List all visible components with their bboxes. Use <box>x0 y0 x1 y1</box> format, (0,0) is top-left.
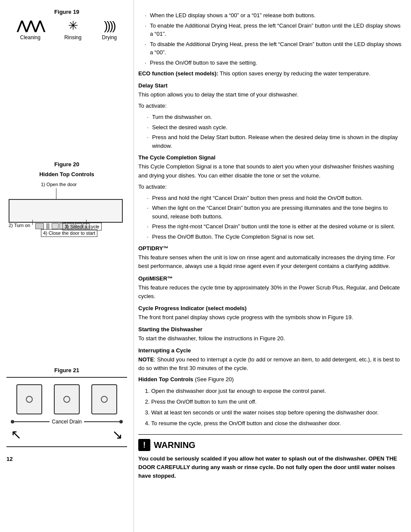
warning-title-text: WARNING <box>154 440 196 450</box>
note-text: Should you need to interrupt a cycle (to… <box>138 356 400 371</box>
eco-text: ECO function (select models): This optio… <box>138 69 402 78</box>
figure-19-label: Figure 19 <box>6 9 127 15</box>
btn-inner-circle-middle <box>63 396 70 403</box>
warning-text: You could be seriously scalded if you al… <box>138 454 402 480</box>
bullet-item-2: To enable the Additional Drying Heat, pr… <box>145 22 402 38</box>
dishwasher-diagram: 1) Open the door 2) Turn on <box>6 182 127 238</box>
interrupt-step-2: Press the On/Off button to turn the unit… <box>151 398 402 406</box>
figure-21-label: Figure 21 <box>6 367 127 373</box>
turnon-label: 2) Turn on <box>9 223 30 228</box>
interrupting-heading: Interrupting a Cycle <box>138 347 402 354</box>
arrow-right-icon: ↘ <box>112 427 123 442</box>
cancel-drain-btn-left[interactable] <box>16 384 42 414</box>
cleaning-item: ⋀⋀⋀ Cleaning <box>17 19 44 40</box>
optidry-heading: OPTIDRY™ <box>138 245 402 252</box>
cancel-drain-dot-left <box>11 420 14 423</box>
cancel-drain-btn-right[interactable] <box>91 384 117 414</box>
interrupt-step-4: To resume the cycle, press the On/Off bu… <box>151 419 402 428</box>
eco-detail: This option saves energy by reducing the… <box>220 70 371 77</box>
right-column: When the LED display shows a “00” or a “… <box>134 0 411 532</box>
btn-inner-circle-right <box>101 396 108 403</box>
dw-body <box>9 199 123 223</box>
cycle-progress-heading: Cycle Progress Indicator (select models) <box>138 305 402 311</box>
bullet-item-3: To disable the Additional Drying Heat, p… <box>145 40 402 57</box>
cycle-step-1: Press and hold the right “Cancel Drain” … <box>147 194 402 202</box>
starting-heading: Starting the Dishwasher <box>138 326 402 333</box>
starting-text: To start the dishwasher, follow the inst… <box>138 334 402 343</box>
selectcycle-connector-line <box>86 220 87 225</box>
dw-left-item <box>35 223 44 229</box>
delay-activate-label: To activate: <box>138 102 402 110</box>
cycle-completion-steps: Press and hold the right “Cancel Drain” … <box>138 194 402 241</box>
figure-20-label: Figure 20 <box>6 161 127 168</box>
cleaning-label: Cleaning <box>20 34 40 40</box>
cancel-drain-line-segment-2 <box>84 421 119 422</box>
warning-icon: ! <box>138 439 150 451</box>
cancel-drain-line-segment <box>14 421 50 422</box>
left-column: Figure 19 ⋀⋀⋀ Cleaning ✳ Rinsing )))) Dr… <box>0 0 134 532</box>
figure-20-subtitle: Hidden Top Controls <box>6 171 127 177</box>
turnon-connector-line <box>32 220 33 225</box>
cycle-step-2: When the light on the “Cancel Drain” but… <box>147 204 402 221</box>
dw-rect-1 <box>52 223 59 229</box>
cancel-drain-btn-middle[interactable] <box>54 384 80 414</box>
open-door-label: 1) Open the door <box>41 182 77 187</box>
hidden-top-ref: (See Figure 20) <box>193 376 234 383</box>
cycle-activate-label: To activate: <box>138 183 402 191</box>
btn-inner-circle-left <box>26 396 33 403</box>
figure-21-diagram: Cancel Drain ↖ ↘ <box>6 377 127 447</box>
note-colon: : <box>154 356 156 363</box>
interrupting-note: NOTE: Should you need to interrupt a cyc… <box>138 355 402 373</box>
delay-start-heading: Delay Start <box>138 82 402 89</box>
delay-step-3: Press and hold the Delay Start button. R… <box>147 133 402 150</box>
delay-step-2: Select the desired wash cycle. <box>147 123 402 132</box>
arrow-left-icon: ↖ <box>11 427 22 442</box>
warning-section: ! WARNING You could be seriously scalded… <box>138 434 402 480</box>
cancel-drain-label: Cancel Drain <box>50 419 84 425</box>
warning-title-row: ! WARNING <box>138 439 402 451</box>
rinsing-item: ✳ Rinsing <box>64 19 81 40</box>
cancel-drain-line: Cancel Drain <box>11 419 123 425</box>
delay-start-steps: Turn the dishwasher on. Select the desir… <box>138 113 402 150</box>
bullet-item-4: Press the On/Off button to save the sett… <box>145 59 402 67</box>
figure-20-section: Figure 20 Hidden Top Controls 1) Open th… <box>6 161 127 238</box>
cleaning-icon: ⋀⋀⋀ <box>17 19 44 33</box>
fig21-arrows-row: ↖ ↘ <box>11 427 123 442</box>
figure-19-section: Figure 19 ⋀⋀⋀ Cleaning ✳ Rinsing )))) Dr… <box>6 9 127 40</box>
cycle-completion-text: This Cycle Completion Signal is a tone t… <box>138 162 402 180</box>
delay-start-text: This option allows you to delay the star… <box>138 90 402 99</box>
delay-step-1: Turn the dishwasher on. <box>147 113 402 121</box>
eco-bold: ECO function (select models): <box>138 70 218 77</box>
cycle-progress-text: The front front panel display shows cycl… <box>138 313 402 322</box>
figure-19-icons: ⋀⋀⋀ Cleaning ✳ Rinsing )))) Drying <box>6 19 127 40</box>
top-bullet-list: When the LED display shows a “00” or a “… <box>138 11 402 67</box>
optimiser-text: This feature reduces the cycle time by a… <box>138 283 402 301</box>
fig21-buttons-row <box>11 384 123 414</box>
rinsing-label: Rinsing <box>64 34 81 40</box>
interrupt-step-3: Wait at least ten seconds or until the w… <box>151 408 402 417</box>
drying-label: Drying <box>102 34 117 40</box>
optimiser-heading: OptiMISER™ <box>138 275 402 282</box>
drying-item: )))) Drying <box>102 19 117 40</box>
optidry-text: This feature senses when the unit is low… <box>138 253 402 271</box>
cycle-completion-heading: The Cycle Completion Signal <box>138 154 402 161</box>
figure-21-section: Figure 21 Cancel Drain <box>6 367 127 447</box>
bullet-item-1: When the LED display shows a “00” or a “… <box>145 11 402 20</box>
cycle-step-4: Press the On/Off Button. The Cycle Compl… <box>147 233 402 241</box>
drying-icon: )))) <box>102 19 117 33</box>
interrupting-steps: Open the dishwasher door just far enough… <box>138 387 402 428</box>
closedoor-label: 4) Close the door to start <box>41 229 97 237</box>
interrupt-step-1: Open the dishwasher door just far enough… <box>151 387 402 395</box>
cancel-drain-dot-right <box>119 420 123 423</box>
rinsing-icon: ✳ <box>64 19 81 33</box>
hidden-top-controls-label: Hidden Top Controls (See Figure 20) <box>138 375 402 384</box>
cycle-step-3: Press the right-most “Cancel Drain” butt… <box>147 222 402 231</box>
hidden-top-bold-label: Hidden Top Controls <box>138 376 193 383</box>
note-label: NOTE <box>138 356 154 363</box>
page-number: 12 <box>6 456 127 462</box>
